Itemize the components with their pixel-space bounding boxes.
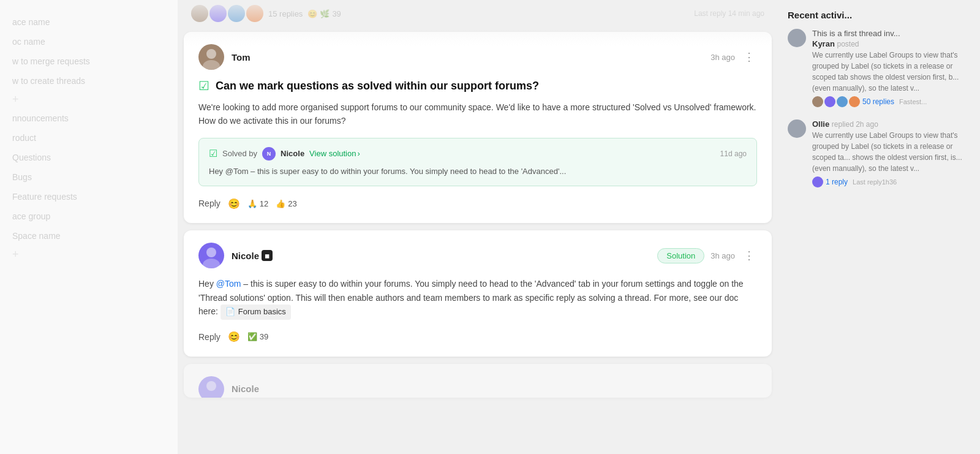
svg-point-1: [203, 60, 220, 70]
thumbsup-emoji: 👍: [276, 199, 285, 208]
prayer-emoji: 🙏: [247, 199, 257, 208]
last-reply-badge-2: Last reply1h36: [853, 178, 897, 186]
doc-icon: 📄: [225, 306, 235, 319]
nicole-avatar: [198, 243, 224, 268]
reaction-2-count: 23: [288, 199, 296, 208]
post-2-actions: Reply 😊 ✅ 39: [198, 330, 757, 344]
activity-1-label: This is a first thread inv...: [812, 29, 970, 38]
post-1-body: We're looking to add more organised supp…: [198, 100, 757, 128]
reaction-3-count: 39: [260, 332, 268, 341]
post-1-title-row: ☑ Can we mark questions as solved within…: [198, 78, 757, 93]
activity-item-1: This is a first thread inv... Kyran post…: [788, 29, 970, 107]
solution-preview-header: ☑ Solved by N Nicole View solution › 11d…: [209, 147, 747, 161]
post-card-1: Tom 3h ago ⋮ ☑ Can we mark questions as …: [184, 32, 772, 223]
activity-1-replies: 50 replies Fastest...: [812, 96, 970, 107]
emoji-count: 😊 🌿 39: [307, 9, 341, 18]
avatar-3: [228, 5, 245, 22]
emoji-add-icon-2[interactable]: 😊: [228, 331, 240, 342]
solution-badge: Solution: [657, 248, 704, 263]
reaction-1-count: 12: [260, 199, 268, 208]
activity-1-text: We currently use Label Groups to view th…: [812, 50, 970, 94]
svg-point-2: [206, 248, 216, 257]
main-content: 15 replies 😊 🌿 39 Last reply 14 min ago …: [178, 0, 778, 454]
reaction-2[interactable]: 👍 23: [276, 199, 296, 208]
tom-avatar: [198, 44, 224, 70]
activity-content-2: Ollie replied 2h ago We currently use La…: [812, 119, 970, 187]
post-3-header: Nicole: [198, 376, 757, 398]
avatar-2: [209, 5, 227, 22]
post-2-time: 3h ago: [710, 251, 735, 260]
activity-avatar-2: [788, 119, 806, 138]
svg-point-3: [203, 259, 220, 268]
activity-content-1: This is a first thread inv... Kyran post…: [812, 29, 970, 107]
view-solution-link[interactable]: View solution ›: [309, 149, 360, 158]
checkmark-emoji: ✅: [247, 332, 257, 341]
replies-count: 15 replies: [268, 9, 303, 18]
fast-badge-1: Fastest...: [899, 98, 927, 105]
post-1-meta: 3h ago ⋮: [710, 49, 757, 65]
avatar-1: [191, 5, 208, 22]
reply-avatar-2a: [812, 176, 823, 187]
post-3-author: Nicole: [232, 384, 259, 394]
avatar-stack: [191, 5, 263, 22]
tom-author-name: Tom: [232, 52, 251, 62]
reply-avatar-1b: [824, 96, 835, 107]
solution-preview-text: Hey @Tom – this is super easy to do with…: [209, 165, 747, 178]
nicole-role-badge: ◼: [262, 250, 273, 261]
top-reaction-count: 39: [332, 9, 341, 18]
post-2-body-start: Hey: [198, 279, 216, 289]
chevron-right-icon: ›: [357, 149, 360, 158]
activity-2-text: We currently use Label Groups to view th…: [812, 130, 970, 174]
activity-item-2: Ollie replied 2h ago We currently use La…: [788, 119, 970, 187]
top-thread-bar: 15 replies 😊 🌿 39 Last reply 14 min ago: [184, 0, 772, 27]
post-card-3: Nicole: [184, 364, 772, 398]
avatar-4: [246, 5, 263, 22]
post-2-header: Nicole ◼ Solution 3h ago ⋮: [198, 243, 757, 268]
activity-1-author: Kyran posted: [812, 39, 970, 48]
reaction-3[interactable]: ✅ 39: [247, 332, 268, 341]
view-solution-text: View solution: [309, 149, 356, 158]
solution-time: 11d ago: [720, 149, 747, 158]
post-1-time: 3h ago: [710, 53, 735, 62]
emoji-add-icon[interactable]: 😊: [228, 198, 240, 210]
last-reply-text: Last reply 14 min ago: [694, 9, 764, 18]
nicole-solution-avatar: N: [262, 147, 276, 161]
sidebar-overlay: [0, 0, 178, 454]
nicole-avatar-2: [198, 376, 224, 398]
reply-avatar-1c: [837, 96, 848, 107]
post-1-header: Tom 3h ago ⋮: [198, 44, 757, 70]
post-1-actions: Reply 😊 🙏 12 👍 23: [198, 196, 757, 211]
post-1-more-button[interactable]: ⋮: [741, 49, 757, 65]
reply-avatar-1d: [849, 96, 860, 107]
post-2-body: Hey @Tom – this is super easy to do with…: [198, 277, 757, 320]
solved-by-label: Solved by: [222, 149, 257, 158]
reply-avatars-1: [812, 96, 860, 107]
reply-avatar-1a: [812, 96, 823, 107]
reply-avatars-2: [812, 176, 823, 187]
right-sidebar: Recent activi... This is a first thread …: [778, 0, 980, 454]
tom-mention: @Tom: [216, 279, 241, 289]
emoji-leaf-icon: 🌿: [320, 9, 330, 18]
replies-badge-2: 1 reply: [826, 178, 848, 186]
solution-author-name: Nicole: [281, 149, 304, 158]
forum-basics-text: Forum basics: [238, 306, 286, 319]
post-1-title: Can we mark questions as solved within o…: [216, 80, 539, 93]
post-2-more-button[interactable]: ⋮: [741, 248, 757, 263]
recent-activity-title: Recent activi...: [788, 10, 970, 20]
heart-emoji: 😊: [307, 9, 317, 18]
activity-2-author: Ollie replied 2h ago: [812, 119, 970, 129]
solved-check-icon: ☑: [198, 78, 209, 93]
svg-point-4: [206, 381, 216, 391]
post-card-2: Nicole ◼ Solution 3h ago ⋮ Hey @Tom – th…: [184, 230, 772, 357]
activity-2-replies: 1 reply Last reply1h36: [812, 176, 970, 187]
solution-preview-box: ☑ Solved by N Nicole View solution › 11d…: [198, 138, 757, 187]
post-2-meta: Solution 3h ago ⋮: [657, 248, 757, 263]
svg-point-0: [206, 49, 216, 59]
forum-basics-link[interactable]: 📄 Forum basics: [221, 305, 291, 320]
activity-avatar-1: [788, 29, 806, 47]
post-2-reply-button[interactable]: Reply: [198, 330, 221, 344]
replies-badge-1: 50 replies: [862, 97, 894, 106]
post-1-reply-button[interactable]: Reply: [198, 196, 221, 211]
solution-check-icon: ☑: [209, 148, 217, 159]
reaction-1[interactable]: 🙏 12: [247, 199, 268, 208]
